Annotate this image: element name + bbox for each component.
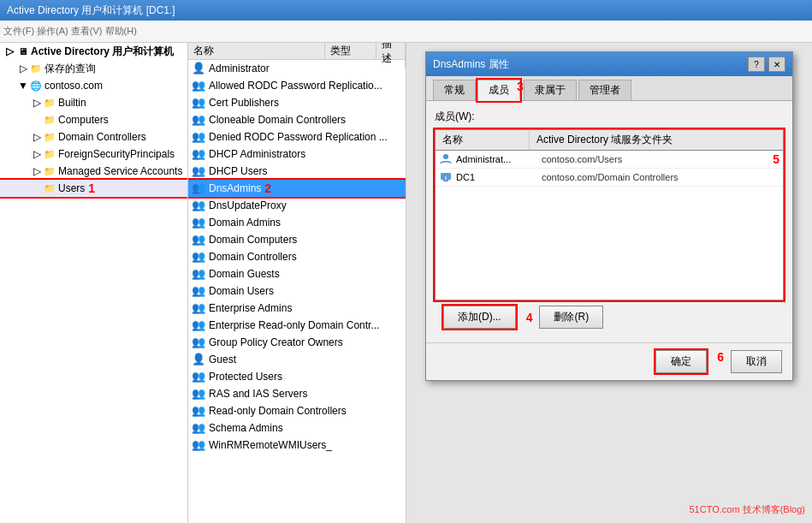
expand-contoso[interactable]: ▼ bbox=[17, 80, 29, 92]
list-item[interactable]: 👥 Cert Publishers bbox=[188, 94, 406, 111]
list-item[interactable]: 👥 Protected Users bbox=[188, 368, 406, 385]
item-name: Domain Users bbox=[209, 285, 274, 297]
list-item[interactable]: 👥 Domain Users bbox=[188, 282, 406, 300]
dialog-controls: ? ✕ bbox=[748, 56, 785, 72]
tree-item-contoso[interactable]: ▼ 🌐 contoso.com bbox=[0, 77, 187, 94]
list-header: 名称 类型 描述 bbox=[188, 43, 406, 60]
list-item[interactable]: 👥 RAS and IAS Servers bbox=[188, 385, 406, 402]
item-name: Guest bbox=[209, 354, 236, 366]
list-item[interactable]: 👥 Group Policy Creator Owners bbox=[188, 334, 406, 351]
item-name: DnsAdmins bbox=[209, 182, 261, 194]
tree-builtin-label: Builtin bbox=[58, 97, 86, 109]
help-button[interactable]: ? bbox=[748, 56, 765, 72]
col-name: 名称 bbox=[188, 43, 325, 60]
col-type: 类型 bbox=[325, 43, 376, 60]
dialog-title: DnsAdmins 属性 bbox=[433, 57, 509, 72]
tree-root-label: Active Directory 用户和计算机 bbox=[31, 45, 174, 59]
list-item[interactable]: 👥 Cloneable Domain Controllers bbox=[188, 111, 406, 128]
close-button[interactable]: ✕ bbox=[768, 56, 785, 72]
folder-icon-builtin: 📁 bbox=[43, 96, 56, 110]
folder-icon-saved: 📁 bbox=[29, 62, 43, 75]
item-name: Cloneable Domain Controllers bbox=[209, 114, 346, 126]
dialog-body: 成员(W): 名称 Active Directory 域服务文件夹 Ad bbox=[426, 101, 792, 342]
tree-dc-label: Domain Controllers bbox=[58, 131, 146, 143]
list-item[interactable]: 👥 Domain Guests bbox=[188, 265, 406, 282]
tree-item-foreign[interactable]: ▷ 📁 ForeignSecurityPrincipals bbox=[0, 146, 187, 163]
tab-members[interactable]: 成员 bbox=[477, 80, 520, 101]
item-name: Read-only Domain Controllers bbox=[209, 405, 347, 417]
svg-point-0 bbox=[443, 154, 448, 159]
tree-computers-label: Computers bbox=[58, 114, 109, 126]
list-item[interactable]: 👥 Domain Computers bbox=[188, 231, 406, 248]
expand-builtin[interactable]: ▷ bbox=[31, 97, 43, 109]
list-item[interactable]: 👥 DnsUpdateProxy bbox=[188, 197, 406, 214]
list-item[interactable]: 👤 Guest bbox=[188, 351, 406, 368]
list-item[interactable]: 👥 DHCP Users bbox=[188, 163, 406, 180]
dialog-overlay: DnsAdmins 属性 ? ✕ 常规 成员 3 隶属于 管理者 成员(W) bbox=[406, 43, 812, 523]
tab-member-of[interactable]: 隶属于 bbox=[524, 80, 577, 100]
member-row[interactable]: Administrat... contoso.com/Users 5 bbox=[436, 151, 783, 169]
confirm-buttons: 确定 6 取消 bbox=[426, 342, 792, 380]
folder-icon-computers: 📁 bbox=[43, 113, 56, 127]
tree-item-dc[interactable]: ▷ 📁 Domain Controllers bbox=[0, 128, 187, 146]
num-5: 5 bbox=[773, 152, 779, 166]
num-2: 2 bbox=[264, 181, 271, 195]
member-path: contoso.com/Users bbox=[542, 154, 769, 164]
item-name: Domain Admins bbox=[209, 217, 281, 229]
tree-panel: ▷ 🖥 Active Directory 用户和计算机 ▷ 📁 保存的查询 ▼ … bbox=[0, 43, 188, 523]
tree-item-root[interactable]: ▷ 🖥 Active Directory 用户和计算机 bbox=[0, 43, 187, 60]
tree-item-builtin[interactable]: ▷ 📁 Builtin bbox=[0, 94, 187, 111]
cancel-button[interactable]: 取消 bbox=[731, 350, 782, 373]
list-item[interactable]: 👥 Enterprise Read-only Domain Contr... bbox=[188, 317, 406, 334]
expand-managed[interactable]: ▷ bbox=[31, 165, 43, 177]
item-name: Allowed RODC Password Replicatio... bbox=[209, 80, 382, 92]
tree-item-saved[interactable]: ▷ 📁 保存的查询 bbox=[0, 60, 187, 77]
add-button[interactable]: 添加(D)... bbox=[443, 306, 516, 329]
dialog-title-bar: DnsAdmins 属性 ? ✕ bbox=[426, 52, 792, 76]
toolbar: 文件(F) 操作(A) 查看(V) 帮助(H) bbox=[0, 21, 812, 43]
item-name: Denied RODC Password Replication ... bbox=[209, 131, 388, 143]
tree-item-users[interactable]: ▷ 📁 Users 1 bbox=[0, 180, 187, 197]
members-table: 名称 Active Directory 域服务文件夹 Administrat..… bbox=[435, 129, 784, 300]
list-item[interactable]: 👥 Schema Admins bbox=[188, 419, 406, 437]
expand-dc[interactable]: ▷ bbox=[31, 131, 43, 143]
tree-foreign-label: ForeignSecurityPrincipals bbox=[58, 148, 175, 160]
tree-item-managed[interactable]: ▷ 📁 Managed Service Accounts bbox=[0, 163, 187, 180]
properties-dialog: DnsAdmins 属性 ? ✕ 常规 成员 3 隶属于 管理者 成员(W) bbox=[425, 51, 793, 381]
list-item-dnsadmins[interactable]: 👥 DnsAdmins 2 bbox=[188, 180, 406, 197]
list-item[interactable]: 👥 Domain Admins bbox=[188, 214, 406, 231]
list-item[interactable]: 👤 Administrator bbox=[188, 60, 406, 77]
list-item[interactable]: 👥 WinRMRemoteWMIUsers_ bbox=[188, 437, 406, 454]
tree-managed-label: Managed Service Accounts bbox=[58, 165, 182, 177]
member-name: Administrat... bbox=[456, 154, 542, 164]
col-name-header: 名称 bbox=[436, 130, 530, 150]
num-6: 6 bbox=[717, 350, 724, 373]
list-item[interactable]: 👥 Domain Controllers bbox=[188, 248, 406, 265]
item-name: Administrator bbox=[209, 62, 270, 74]
list-item[interactable]: 👥 Read-only Domain Controllers bbox=[188, 402, 406, 419]
ok-button[interactable]: 确定 bbox=[655, 350, 707, 373]
member-row[interactable]: DC1 contoso.com/Domain Controllers bbox=[436, 169, 783, 187]
watermark: 51CTO.com 技术博客(Blog) bbox=[690, 503, 806, 516]
folder-icon-dc: 📁 bbox=[43, 130, 56, 144]
expand-icon[interactable]: ▷ bbox=[3, 45, 15, 57]
tree-item-computers[interactable]: ▷ 📁 Computers bbox=[0, 111, 187, 128]
expand-foreign[interactable]: ▷ bbox=[31, 148, 43, 160]
expand-saved[interactable]: ▷ bbox=[17, 62, 29, 74]
list-item[interactable]: 👥 Denied RODC Password Replication ... bbox=[188, 128, 406, 146]
list-item[interactable]: 👥 Enterprise Admins bbox=[188, 300, 406, 317]
item-name: DHCP Administrators bbox=[209, 148, 305, 160]
remove-button[interactable]: 删除(R) bbox=[539, 306, 603, 329]
item-name: Domain Computers bbox=[209, 234, 297, 246]
folder-icon-users: 📁 bbox=[43, 181, 56, 195]
member-name: DC1 bbox=[456, 172, 542, 182]
item-name: WinRMRemoteWMIUsers_ bbox=[209, 439, 332, 451]
tab-managed-by[interactable]: 管理者 bbox=[578, 80, 631, 100]
tab-general[interactable]: 常规 bbox=[433, 80, 476, 100]
col-path-header: Active Directory 域服务文件夹 bbox=[530, 130, 783, 150]
member-path: contoso.com/Domain Controllers bbox=[542, 172, 779, 182]
list-item[interactable]: 👥 Allowed RODC Password Replicatio... bbox=[188, 77, 406, 94]
list-item[interactable]: 👥 DHCP Administrators bbox=[188, 146, 406, 163]
svg-rect-2 bbox=[443, 180, 448, 181]
num-1: 1 bbox=[88, 181, 95, 195]
